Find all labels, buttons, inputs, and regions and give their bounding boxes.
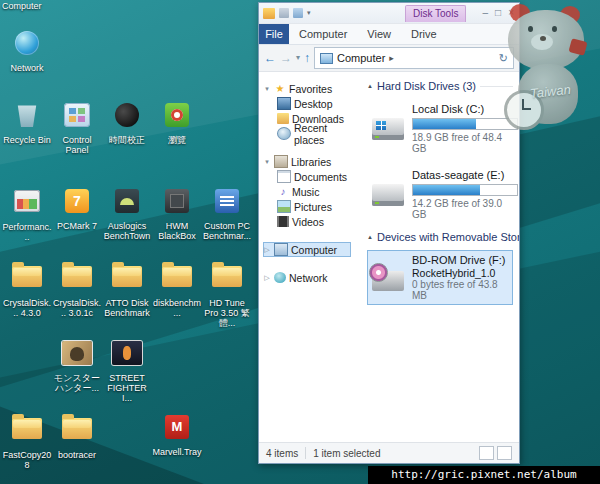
icon-label: 瀏覽 — [152, 135, 202, 145]
desktop-icon-time-sync[interactable]: 時間校正 — [102, 100, 152, 145]
folder-icon — [12, 418, 42, 439]
details-view-button[interactable] — [479, 446, 494, 460]
drive-free-space: 0 bytes free of 43.8 MB — [412, 279, 509, 301]
watermark-url-bar: http://gric.pixnet.net/album — [368, 466, 600, 484]
pictures-icon — [277, 200, 291, 213]
expander-icon[interactable]: ▾ — [263, 85, 271, 93]
icon-label: Network — [2, 63, 52, 73]
desktop-icon-hdtune[interactable]: HD Tune Pro 3.50 繁體... — [202, 260, 252, 328]
network-globe-icon — [15, 31, 39, 55]
desktop-icon-crystaldisk-301c[interactable]: CrystalDisk... 3.0.1c — [52, 260, 102, 318]
tab-view[interactable]: View — [357, 24, 401, 44]
collapse-caret-icon[interactable]: ▲ — [367, 83, 373, 89]
breadcrumb-computer[interactable]: Computer — [337, 52, 385, 64]
desktop-icon-computer[interactable]: Computer — [2, 1, 52, 11]
forward-button[interactable]: → — [280, 52, 292, 64]
desktop-icon-marvell-tray[interactable]: M Marvell.Tray — [152, 412, 202, 457]
sidebar-group-favorites[interactable]: ▾ ★ Favorites — [263, 81, 360, 96]
hard-drive-icon — [372, 118, 404, 140]
desktop-icon-street-fighter[interactable]: STREET FIGHTER I... — [102, 338, 152, 403]
section-title: Hard Disk Drives (3) — [377, 80, 476, 92]
capacity-bar-fill — [413, 185, 480, 195]
desktop-icon-control-panel[interactable]: Control Panel — [52, 100, 102, 155]
desktop-icon-performance[interactable]: Performanc... — [2, 186, 52, 242]
sidebar-group-libraries[interactable]: ▾ Libraries — [263, 154, 360, 169]
sidebar-item-videos[interactable]: Videos — [263, 214, 360, 229]
desktop-icon-recycle-bin[interactable]: Recycle Bin — [2, 100, 52, 145]
icon-label: ATTO Disk Benchmark — [102, 298, 152, 318]
capacity-bar — [412, 118, 518, 130]
desktop-icon-pcmark7[interactable]: 7 PCMark 7 — [52, 186, 102, 231]
file-list-pane: ▲ Hard Disk Drives (3) Local Disk (C:) 1… — [360, 72, 519, 442]
sidebar-item-network[interactable]: ▷ Network — [263, 270, 360, 285]
sidebar-label: Network — [289, 272, 328, 284]
expander-icon[interactable]: ▷ — [263, 246, 271, 254]
desktop-icon-network[interactable]: Network — [2, 28, 52, 73]
history-dropdown-icon[interactable]: ▾ — [296, 54, 300, 62]
thumbnails-view-button[interactable] — [497, 446, 512, 460]
drive-name: BD-ROM Drive (F:) — [412, 254, 509, 267]
bear-muzzle — [531, 34, 553, 50]
browse-app-icon — [165, 103, 189, 127]
expander-icon[interactable]: ▷ — [263, 274, 271, 282]
marvell-icon: M — [165, 415, 189, 439]
up-button[interactable]: ↑ — [304, 52, 310, 64]
sidebar-item-documents[interactable]: Documents — [263, 169, 360, 184]
control-panel-icon — [64, 103, 90, 127]
minimize-button[interactable]: – — [483, 6, 489, 20]
qat-customize-icon[interactable]: ▾ — [307, 9, 311, 17]
section-removable-storage[interactable]: ▲ Devices with Removable Storage (1) — [367, 231, 513, 243]
folder-icon — [112, 266, 142, 287]
properties-icon[interactable] — [279, 8, 289, 18]
desktop-icon-monster-hunter[interactable]: モンスター ハンター... — [52, 338, 102, 393]
desktop-icon-bootracer[interactable]: bootracer — [52, 412, 102, 460]
sidebar-item-desktop[interactable]: Desktop — [263, 96, 360, 111]
sidebar-item-recent-places[interactable]: Recent places — [263, 126, 360, 141]
title-bar[interactable]: ▾ Disk Tools – □ × — [259, 3, 519, 24]
breadcrumb-chevron-icon[interactable]: ▸ — [389, 53, 394, 63]
item-count: 4 items — [266, 448, 298, 459]
drive-item-datas-seagate-e[interactable]: Datas-seagate (E:) 14.2 GB free of 39.0 … — [367, 165, 513, 224]
sidebar-label: Videos — [292, 216, 324, 228]
sidebar-label: Computer — [291, 244, 337, 256]
maximize-button[interactable]: □ — [495, 6, 501, 20]
back-button[interactable]: ← — [264, 52, 276, 64]
expander-icon[interactable]: ▾ — [263, 158, 271, 166]
folder-icon — [212, 266, 242, 287]
icon-label: Custom PC Benchmar... — [202, 221, 252, 241]
desktop-icon-diskbench[interactable]: diskbenchm... — [152, 260, 202, 318]
capacity-bar-fill — [413, 119, 476, 129]
close-button[interactable]: × — [508, 6, 514, 20]
drive-item-bdrom-f[interactable]: BD-ROM Drive (F:) RocketHybrid_1.0 0 byt… — [367, 250, 513, 305]
tab-drive[interactable]: Drive — [401, 24, 447, 44]
computer-icon — [320, 53, 333, 64]
image-thumbnail-icon — [112, 341, 142, 365]
tab-computer[interactable]: Computer — [289, 24, 357, 44]
sidebar-label: Music — [292, 186, 319, 198]
custom-benchmark-icon — [215, 189, 239, 213]
refresh-icon[interactable]: ↻ — [499, 52, 508, 65]
address-bar[interactable]: Computer ▸ ↻ — [314, 47, 514, 69]
desktop-icon-hwm-blackbox[interactable]: HWM BlackBox — [152, 186, 202, 241]
sidebar-label: Libraries — [291, 156, 331, 168]
tab-file[interactable]: File — [259, 24, 289, 44]
desktop-icon-browse[interactable]: 瀏覽 — [152, 100, 202, 145]
explorer-app-icon — [263, 8, 275, 19]
sidebar-item-pictures[interactable]: Pictures — [263, 199, 360, 214]
documents-icon — [277, 170, 291, 183]
new-folder-icon[interactable] — [293, 8, 303, 18]
desktop-icon-benchtown[interactable]: Auslogics BenchTown — [102, 186, 152, 241]
section-hard-disk-drives[interactable]: ▲ Hard Disk Drives (3) — [367, 80, 513, 92]
sidebar-item-music[interactable]: ♪ Music — [263, 184, 360, 199]
icon-label: STREET FIGHTER I... — [102, 373, 152, 403]
drive-item-local-disk-c[interactable]: Local Disk (C:) 18.9 GB free of 48.4 GB — [367, 99, 513, 158]
disk-tools-context-tab[interactable]: Disk Tools — [405, 5, 466, 22]
icon-label: CrystalDisk... 3.0.1c — [52, 298, 102, 318]
section-divider — [480, 86, 513, 87]
desktop-icon-crystaldisk-430[interactable]: CrystalDisk... 4.3.0 — [2, 260, 52, 318]
sidebar-item-computer[interactable]: ▷ Computer — [263, 242, 351, 257]
desktop-icon-fastcopy[interactable]: FastCopy208 — [2, 412, 52, 470]
desktop-icon-atto-benchmark[interactable]: ATTO Disk Benchmark — [102, 260, 152, 318]
collapse-caret-icon[interactable]: ▲ — [367, 234, 373, 240]
desktop-icon-custom-pc-benchmark[interactable]: Custom PC Benchmar... — [202, 186, 252, 241]
